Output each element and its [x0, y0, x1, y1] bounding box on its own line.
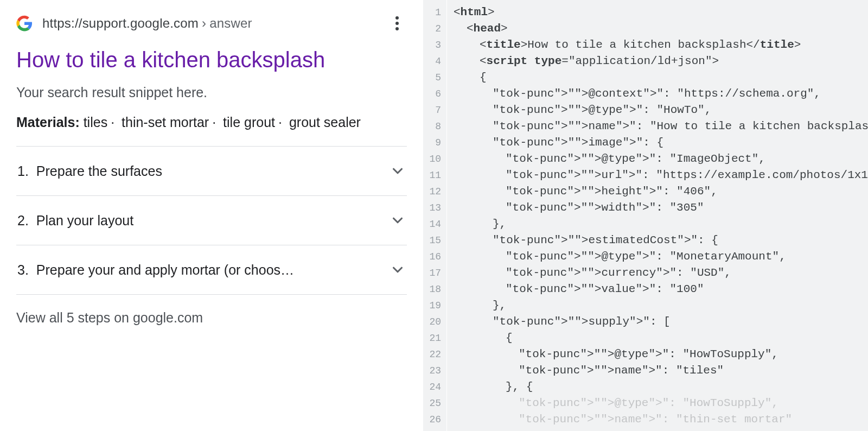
code-line: }, [454, 216, 868, 232]
line-number: 8 [423, 118, 441, 135]
more-options-button[interactable] [391, 15, 404, 31]
howto-step[interactable]: 2.Plan your layout [16, 196, 407, 245]
code-line: "tok-punc">"">image">": { [454, 135, 868, 151]
line-number: 1 [423, 4, 441, 21]
code-line: "tok-punc">"">value">": "100" [454, 281, 868, 297]
step-number: 2. [17, 213, 29, 229]
line-number: 13 [423, 200, 441, 216]
line-number: 3 [423, 37, 441, 53]
code-line: { [454, 330, 868, 346]
line-number: 26 [423, 411, 441, 428]
app-root: https://support.google.com›answer How to… [0, 0, 868, 431]
result-url-host: https://support.google.com [42, 16, 199, 30]
step-title: Prepare your and apply mortar (or choos… [36, 262, 294, 278]
step-left: 2.Plan your layout [17, 213, 133, 229]
view-all-link[interactable]: View all 5 steps on google.com [16, 295, 407, 326]
line-number: 7 [423, 102, 441, 118]
line-number: 5 [423, 69, 441, 86]
dot-separator: · [209, 115, 219, 130]
line-number: 23 [423, 363, 441, 379]
howto-step[interactable]: 1.Prepare the surfaces [16, 147, 407, 196]
code-line: { [454, 69, 868, 86]
dot-separator: · [275, 115, 285, 130]
line-number: 12 [423, 183, 441, 200]
step-number: 3. [17, 262, 29, 278]
line-number: 14 [423, 216, 441, 232]
line-number: 2 [423, 21, 441, 37]
line-number: 4 [423, 53, 441, 69]
code-line: "tok-punc">"">url">": "https://example.c… [454, 167, 868, 183]
result-url[interactable]: https://support.google.com›answer [42, 16, 252, 31]
code-line: "tok-punc">"">@type">": "HowToSupply", [454, 395, 868, 411]
code-line: "tok-punc">"">currency">": "USD", [454, 265, 868, 281]
line-number: 24 [423, 379, 441, 395]
howto-steps: 1.Prepare the surfaces2.Plan your layout… [16, 146, 407, 295]
dot-separator: · [107, 115, 118, 130]
materials-label: Materials: [16, 115, 80, 130]
code-line: }, [454, 297, 868, 314]
material-item: tiles [84, 115, 107, 130]
chevron-down-icon [390, 262, 406, 278]
line-number: 17 [423, 265, 441, 281]
line-number: 21 [423, 330, 441, 346]
line-number: 6 [423, 86, 441, 102]
code-line: "tok-punc">"">@type">": "HowToSupply", [454, 346, 868, 363]
code-line: <html> [454, 4, 868, 21]
chevron-down-icon [390, 163, 406, 179]
line-number: 15 [423, 232, 441, 249]
step-left: 1.Prepare the surfaces [17, 163, 162, 179]
code-line: <head> [454, 21, 868, 37]
chevron-down-icon [390, 212, 406, 229]
material-item: grout sealer [285, 115, 361, 130]
result-url-crumb: answer [209, 16, 252, 30]
code-line: "tok-punc">"">estimatedCost">": { [454, 232, 868, 249]
search-result-preview: https://support.google.com›answer How to… [0, 0, 423, 431]
code-line: "tok-punc">"">@context">": "https://sche… [454, 86, 868, 102]
code-editor: 1234567891011121314151617181920212223242… [423, 0, 868, 431]
code-content[interactable]: <html><head><title>How to tile a kitchen… [447, 0, 868, 431]
result-title-link[interactable]: How to tile a kitchen backsplash [16, 47, 407, 73]
code-line: }, { [454, 379, 868, 395]
result-snippet: Your search result snippet here. [16, 85, 407, 100]
code-line: "tok-punc">"">height">": "406", [454, 183, 868, 200]
google-g-icon [16, 15, 33, 31]
material-item: thin-set mortar [118, 115, 209, 130]
step-title: Prepare the surfaces [36, 163, 162, 179]
breadcrumb-separator: › [199, 16, 209, 30]
code-line: "tok-punc">"">name">": "How to tile a ki… [454, 118, 868, 135]
code-line: <script type="application/ld+json"> [454, 53, 868, 69]
line-number: 19 [423, 297, 441, 314]
result-url-row: https://support.google.com›answer [16, 15, 407, 31]
line-number: 11 [423, 167, 441, 183]
line-number: 22 [423, 346, 441, 363]
code-line: "tok-punc">"">@type">": "HowTo", [454, 102, 868, 118]
step-title: Plan your layout [36, 213, 133, 229]
howto-step[interactable]: 3.Prepare your and apply mortar (or choo… [16, 245, 407, 295]
materials-list: tiles· thin-set mortar· tile grout· grou… [84, 115, 361, 130]
code-line: "tok-punc">"">@type">": "MonetaryAmount"… [454, 249, 868, 265]
code-line: "tok-punc">"">name">": "tiles" [454, 363, 868, 379]
material-item: tile grout [219, 115, 275, 130]
result-materials: Materials: tiles· thin-set mortar· tile … [16, 112, 407, 132]
step-number: 1. [17, 163, 29, 179]
code-line: "tok-punc">"">supply">": [ [454, 314, 868, 330]
code-line: <title>How to tile a kitchen backsplash<… [454, 37, 868, 53]
line-number: 10 [423, 151, 441, 167]
line-number-gutter: 1234567891011121314151617181920212223242… [423, 0, 447, 431]
code-line: "tok-punc">"">@type">": "ImageObject", [454, 151, 868, 167]
code-line: "tok-punc">"">width">": "305" [454, 200, 868, 216]
step-left: 3.Prepare your and apply mortar (or choo… [17, 262, 294, 278]
line-number: 16 [423, 249, 441, 265]
line-number: 20 [423, 314, 441, 330]
line-number: 25 [423, 395, 441, 411]
line-number: 9 [423, 135, 441, 151]
code-line: "tok-punc">"">name">": "thin-set mortar" [454, 411, 868, 428]
line-number: 18 [423, 281, 441, 297]
